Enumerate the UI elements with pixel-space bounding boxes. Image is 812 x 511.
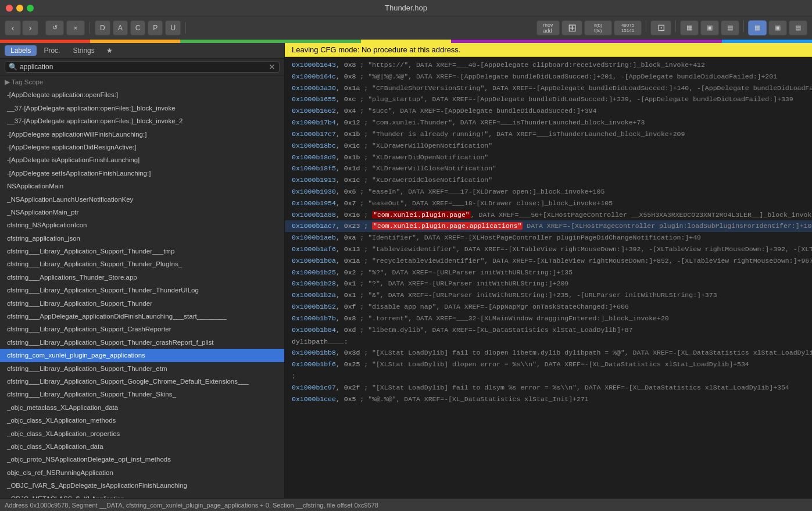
code-line[interactable]: 0x1000b1b52, 0xf ; "disable app nap", DA… bbox=[285, 301, 812, 313]
tab-star[interactable]: ★ bbox=[102, 45, 117, 56]
code-line[interactable]: 0x1000b17c7, 0x1b ; "Thunder is already … bbox=[285, 128, 812, 140]
list-item[interactable]: -[AppDelegate isApplicationFinishLaunchi… bbox=[0, 153, 284, 166]
code-line[interactable]: 0x1000b1a88, 0x16 ; "com.xunlei.plugin.p… bbox=[285, 209, 812, 221]
code-line[interactable]: 0x1000b1ac7, 0x23 ; "com.xunlei.plugin.p… bbox=[285, 220, 812, 232]
code-line[interactable]: 0x1000b1930, 0x6 ; "easeIn", DATA XREF=_… bbox=[285, 186, 812, 198]
toolbar-icon-3[interactable]: lf(b)f(lc) bbox=[584, 20, 612, 35]
list-item[interactable]: cfstring___Library_Application_Support_T… bbox=[0, 388, 284, 401]
code-line[interactable]: 0x1000b18d9, 0x1b ; "XLDrawerDidOpenNoti… bbox=[285, 152, 812, 163]
code-line[interactable]: 0x1000b1bb8, 0x3d ; "[XLStat LoadDylib] … bbox=[285, 347, 812, 359]
toolbar-icon-1[interactable]: movadd bbox=[536, 20, 560, 35]
code-line[interactable]: 0x1000b164c, 0x8 ; "%@|%@.%@", DATA XREF… bbox=[285, 71, 812, 83]
address: 0x1000b1913 bbox=[292, 176, 336, 184]
code-line[interactable]: 0x1000b1643, 0x8 ; "https://", DATA XREF… bbox=[285, 59, 812, 71]
code-line[interactable]: 0x1000b1662, 0x4 ; "succ", DATA XREF=-[A… bbox=[285, 105, 812, 117]
list-item[interactable]: cfstring___Library_Application_Support_T… bbox=[0, 362, 284, 375]
code-line[interactable]: 0x1000b1b2a, 0x1 ; "&", DATA XREF=-[URLP… bbox=[285, 290, 812, 301]
list-item[interactable]: cfstring_NSApplicationIcon bbox=[0, 219, 284, 231]
code-line[interactable]: 0x1000b1aeb, 0xa ; "Identifier", DATA XR… bbox=[285, 232, 812, 244]
clear-button[interactable]: ✕ bbox=[269, 63, 276, 71]
list-item[interactable]: cfstring___Library_Application_Support_T… bbox=[0, 284, 284, 296]
list-item[interactable]: _OBJC_METACLASS_$_XLApplication bbox=[0, 492, 284, 499]
list-item[interactable]: cfstring_com_xunlei_plugin_page_applicat… bbox=[0, 349, 284, 362]
list-item[interactable]: _NSApplicationLaunchUserNotificationKey bbox=[0, 193, 284, 206]
code-line[interactable]: 0x1000b1954, 0x7 ; "easeOut", DATA XREF=… bbox=[285, 198, 812, 209]
toolbar-icon-5[interactable]: ⊡ bbox=[650, 20, 671, 35]
list-item[interactable]: -[AppDelegate setIsApplicationFinishLaun… bbox=[0, 167, 284, 180]
tab-labels[interactable]: Labels bbox=[5, 45, 37, 56]
code-line[interactable]: 0x1000b1913, 0x1c ; "XLDrawerDidCloseNot… bbox=[285, 174, 812, 186]
tab-strings[interactable]: Strings bbox=[67, 45, 100, 56]
list-item[interactable]: -[AppDelegate applicationWillFinishLaunc… bbox=[0, 128, 284, 141]
line-content: ; "%@|%@.%@", DATA XREF=-[AppDelegate bu… bbox=[356, 73, 777, 80]
toolbar-icon-8[interactable]: ▤ bbox=[721, 20, 739, 35]
btn-a[interactable]: A bbox=[113, 20, 128, 35]
toolbar-icon-2[interactable]: ⊞ bbox=[561, 20, 582, 35]
btn-d[interactable]: D bbox=[95, 20, 110, 35]
list-item[interactable]: -[AppDelegate applicationDidResignActive… bbox=[0, 141, 284, 153]
code-line[interactable]: 0x1000b1af6, 0x13 ; "tableviewidentifier… bbox=[285, 244, 812, 255]
list-item[interactable]: cfstring___Library_Application_Support_T… bbox=[0, 297, 284, 310]
list-item[interactable]: _objc_proto_NSApplicationDelegate_opt_in… bbox=[0, 453, 284, 466]
address: 0x1000b1b2a bbox=[292, 291, 336, 299]
list-item[interactable]: cfstring___Library_Application_Support_T… bbox=[0, 258, 284, 270]
list-item[interactable]: __37-[AppDelegate application:openFiles:… bbox=[0, 115, 284, 127]
list-item[interactable]: cfstring___AppDelegate_applicationDidFin… bbox=[0, 310, 284, 323]
toolbar-icon-10[interactable]: ▣ bbox=[768, 20, 787, 35]
code-line[interactable]: 0x1000b1b25, 0x2 ; "%?", DATA XREF=-[URL… bbox=[285, 267, 812, 278]
tab-proc[interactable]: Proc. bbox=[38, 45, 66, 56]
code-line[interactable]: 0x1000b18f5, 0x1d ; "XLDrawerWillCloseNo… bbox=[285, 163, 812, 174]
list-item[interactable]: cfstring___Library_Application_Support_T… bbox=[0, 245, 284, 258]
list-item[interactable]: objc_cls_ref_NSRunningApplication bbox=[0, 466, 284, 479]
list-item[interactable]: cfstring_application_json bbox=[0, 232, 284, 245]
close-button[interactable] bbox=[6, 5, 13, 12]
btn-c[interactable]: C bbox=[130, 20, 146, 35]
forward-button[interactable]: › bbox=[22, 20, 38, 35]
code-line[interactable]: 0x1000b1b84, 0xd ; "libetm.dylib", DATA … bbox=[285, 324, 812, 336]
address: 0x1000b1ac7 bbox=[292, 222, 336, 230]
list-item[interactable]: NSApplicationMain bbox=[0, 180, 284, 192]
code-line[interactable]: 0x1000b3a30, 0x1a ; "CFBundleShortVersio… bbox=[285, 83, 812, 94]
list-item[interactable]: -[AppDelegate application:openFiles:] bbox=[0, 88, 284, 101]
code-line[interactable]: 0x1000b1b28, 0x1 ; "?", DATA XREF=-[URLP… bbox=[285, 278, 812, 290]
toolbar-icon-9[interactable]: ▦ bbox=[748, 20, 767, 35]
list-item[interactable]: _objc_class_XLApplication_methods bbox=[0, 414, 284, 427]
code-line[interactable]: 0x1000b18bc, 0x1c ; "XLDrawerWillOpenNot… bbox=[285, 140, 812, 152]
search-input[interactable] bbox=[20, 63, 266, 71]
code-line[interactable]: 0x1000b1b7b, 0x8 ; ".torrent", DATA XREF… bbox=[285, 313, 812, 324]
toolbar-icon-11[interactable]: ▤ bbox=[789, 20, 807, 35]
list-item[interactable]: cfstring___Applications_Thunder_Store.ap… bbox=[0, 271, 284, 284]
code-line[interactable]: 0x1000b1b0a, 0x1a ; "recycletableviewide… bbox=[285, 255, 812, 267]
code-line[interactable]: 0x1000b17b4, 0x12 ; "com.xunlei.Thunder"… bbox=[285, 117, 812, 128]
list-item[interactable]: cfstring___Library_Application_Support_C… bbox=[0, 323, 284, 335]
list-item[interactable]: __37-[AppDelegate application:openFiles:… bbox=[0, 102, 284, 115]
code-line[interactable]: dylibpath____: bbox=[285, 336, 812, 348]
stop-button[interactable]: × bbox=[66, 20, 85, 35]
code-line[interactable]: 0x1000b1655, 0xc ; "plug_startup", DATA … bbox=[285, 94, 812, 105]
toolbar-icon-7[interactable]: ▣ bbox=[700, 20, 719, 35]
address: 0x1000b1662 bbox=[292, 107, 336, 115]
code-line[interactable]: ; bbox=[285, 370, 812, 382]
code-line[interactable]: 0x1000b1cee, 0x5 ; "%@.%@", DATA XREF=-[… bbox=[285, 394, 812, 405]
code-line[interactable]: 0x1000b1c97, 0x2f ; "[XLStat LoadDylib] … bbox=[285, 382, 812, 394]
list-item[interactable]: cfstring___Library_Application_Support_T… bbox=[0, 336, 284, 349]
minimize-button[interactable] bbox=[16, 5, 23, 12]
offset: , 0x13 bbox=[336, 245, 360, 253]
list-item[interactable]: _NSApplicationMain_ptr bbox=[0, 206, 284, 219]
address: 0x1000b1b7b bbox=[292, 315, 336, 322]
back-button[interactable]: ‹ bbox=[5, 20, 21, 35]
btn-u[interactable]: U bbox=[165, 20, 181, 35]
maximize-button[interactable] bbox=[27, 5, 34, 12]
list-item[interactable]: _objc_metaclass_XLApplication_data bbox=[0, 401, 284, 414]
refresh-button[interactable]: ↺ bbox=[45, 20, 64, 35]
list-item[interactable]: _objc_class_XLApplication_properties bbox=[0, 427, 284, 440]
symbol-list: ▶ Tag Scope-[AppDelegate application:ope… bbox=[0, 76, 284, 498]
btn-p[interactable]: P bbox=[148, 20, 163, 35]
list-item[interactable]: _objc_class_XLApplication_data bbox=[0, 440, 284, 453]
list-item[interactable]: _OBJC_IVAR_$_AppDelegate_isApplicationFi… bbox=[0, 479, 284, 492]
toolbar-icon-6[interactable]: ▦ bbox=[680, 20, 699, 35]
titlebar: Thunder.hop bbox=[0, 0, 812, 16]
list-item[interactable]: cfstring___Library_Application_Support_G… bbox=[0, 375, 284, 388]
code-line[interactable]: 0x1000b1bf6, 0x25 ; "[XLStat LoadDylib] … bbox=[285, 359, 812, 370]
toolbar-icon-4[interactable]: 4907515141 bbox=[614, 20, 642, 35]
